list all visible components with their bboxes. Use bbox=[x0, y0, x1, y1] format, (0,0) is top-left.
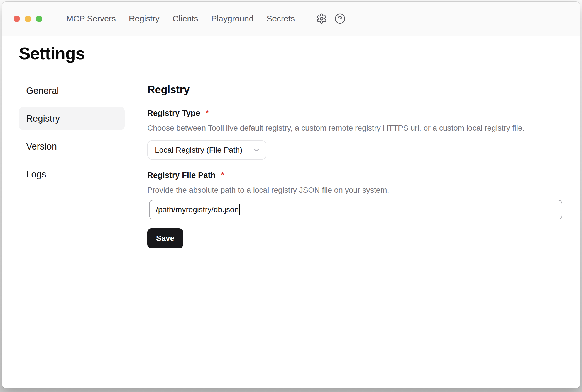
registry-type-label-text: Registry Type bbox=[147, 108, 200, 118]
save-button[interactable]: Save bbox=[147, 228, 183, 248]
sidebar-item-version[interactable]: Version bbox=[19, 135, 125, 158]
titlebar-icons bbox=[316, 13, 346, 24]
registry-type-selected-value: Local Registry (File Path) bbox=[155, 146, 242, 155]
registry-type-select[interactable]: Local Registry (File Path) bbox=[147, 140, 266, 160]
nav-mcp-servers[interactable]: MCP Servers bbox=[66, 14, 116, 23]
sidebar-item-general[interactable]: General bbox=[19, 79, 125, 102]
nav-registry[interactable]: Registry bbox=[129, 14, 160, 23]
registry-file-path-label: Registry File Path * bbox=[147, 170, 564, 180]
registry-file-path-input[interactable]: /path/myregistry/db.json bbox=[149, 200, 562, 219]
nav-divider bbox=[308, 8, 308, 29]
page-title: Settings bbox=[19, 44, 580, 63]
text-cursor bbox=[239, 204, 240, 215]
titlebar: MCP Servers Registry Clients Playground … bbox=[2, 2, 580, 36]
nav-clients[interactable]: Clients bbox=[173, 14, 198, 23]
registry-file-path-value: /path/myregistry/db.json bbox=[156, 205, 239, 214]
window-controls bbox=[14, 16, 42, 22]
settings-sidebar: General Registry Version Logs bbox=[19, 79, 125, 190]
section-title: Registry bbox=[147, 83, 564, 96]
registry-settings-panel: Registry Registry Type * Choose between … bbox=[147, 79, 564, 248]
registry-file-path-label-text: Registry File Path bbox=[147, 170, 216, 180]
required-asterisk: * bbox=[206, 108, 209, 118]
gear-icon bbox=[316, 13, 327, 24]
chevron-down-icon bbox=[253, 146, 260, 154]
minimize-button[interactable] bbox=[25, 16, 31, 22]
sidebar-item-registry[interactable]: Registry bbox=[19, 107, 125, 130]
registry-file-path-description: Provide the absolute path to a local reg… bbox=[147, 185, 564, 195]
settings-button[interactable] bbox=[316, 13, 327, 24]
settings-page: Settings General Registry Version Logs R… bbox=[2, 36, 580, 248]
main-nav: MCP Servers Registry Clients Playground … bbox=[66, 14, 295, 23]
help-icon bbox=[334, 13, 346, 24]
close-button[interactable] bbox=[14, 16, 20, 22]
required-asterisk: * bbox=[221, 170, 224, 180]
app-window: MCP Servers Registry Clients Playground … bbox=[2, 2, 580, 388]
registry-type-description: Choose between ToolHive default registry… bbox=[147, 123, 564, 133]
help-button[interactable] bbox=[334, 13, 346, 24]
sidebar-item-logs[interactable]: Logs bbox=[19, 163, 125, 186]
nav-playground[interactable]: Playground bbox=[211, 14, 254, 23]
registry-type-label: Registry Type * bbox=[147, 108, 564, 118]
nav-secrets[interactable]: Secrets bbox=[266, 14, 295, 23]
zoom-button[interactable] bbox=[36, 16, 42, 22]
